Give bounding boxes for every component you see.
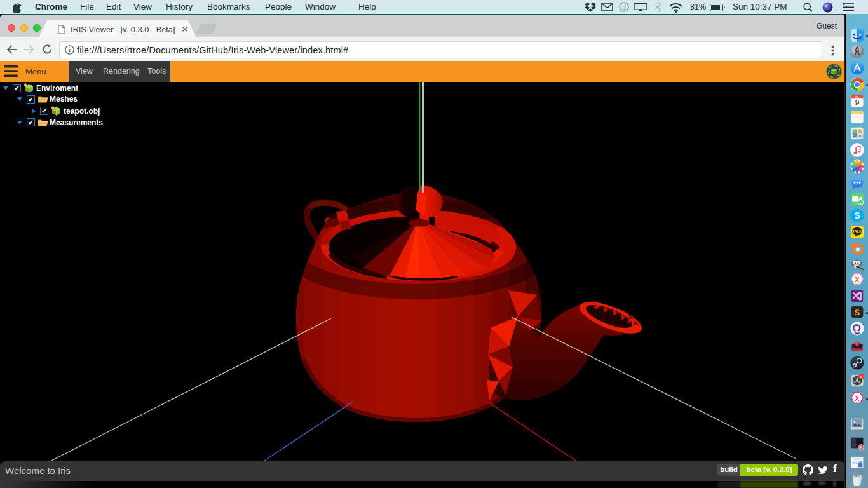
svg-text:S: S — [855, 308, 860, 317]
svg-text:X: X — [855, 395, 860, 402]
svg-text:9: 9 — [855, 98, 860, 107]
svg-text:d: d — [622, 4, 626, 11]
svg-text:X: X — [855, 276, 860, 283]
svg-text:TALK: TALK — [853, 229, 862, 233]
svg-text:S: S — [854, 211, 860, 220]
